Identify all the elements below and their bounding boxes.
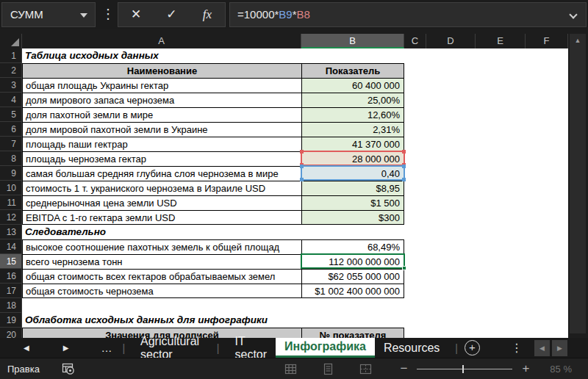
status-bar: Правка − xyxy=(0,358,588,379)
zoom-slider[interactable] xyxy=(417,369,512,369)
tab-scroll-left-icon[interactable]: ◀ xyxy=(534,340,550,356)
zoom-level[interactable]: 85 % xyxy=(550,364,572,375)
cell-A14[interactable]: высокое соотношение пахотных земель к об… xyxy=(22,239,301,254)
cell-B2[interactable]: Показатель xyxy=(301,63,404,78)
cell-A9[interactable]: самая большая средняя глубина слоя черно… xyxy=(22,166,301,181)
cell-B4[interactable]: 25,00% xyxy=(301,93,404,107)
row-header-15[interactable]: 15 xyxy=(0,254,22,269)
sheet-tab-инфографика[interactable]: Инфографика xyxy=(276,338,375,358)
row-header-9[interactable]: 9 xyxy=(0,166,22,181)
cell-B17[interactable]: $1 002 400 000 000 xyxy=(301,284,404,298)
formula-input[interactable]: =10000*B9*B8 xyxy=(229,2,587,27)
cell-B14[interactable]: 68,49% xyxy=(301,239,404,254)
row-header-11[interactable]: 11 xyxy=(0,195,22,210)
scroll-up-icon[interactable]: ▲ xyxy=(570,34,586,47)
vertical-scrollbar[interactable]: ▲ xyxy=(570,34,586,333)
cell-A5[interactable]: доля пахотной земли в мире xyxy=(22,107,301,122)
name-box-dropdown-icon[interactable] xyxy=(80,13,87,18)
cell-B8[interactable]: 28 000 000 xyxy=(301,151,404,166)
insert-function-icon[interactable]: fx xyxy=(190,3,225,26)
cell-B6[interactable]: 2,31% xyxy=(301,122,404,137)
cell-A13[interactable]: Следовательно xyxy=(22,225,106,239)
row-header-2[interactable]: 2 xyxy=(0,63,22,78)
row-header-4[interactable]: 4 xyxy=(0,93,22,107)
row-header-6[interactable]: 6 xyxy=(0,122,22,137)
cell-A4[interactable]: доля мирового запаса чернозема xyxy=(22,93,301,107)
column-header-D[interactable]: D xyxy=(426,34,476,48)
formula-toolbar: СУММ ⋮ ✕ ✓ fx =10000*B9*B8 xyxy=(0,0,588,29)
cell-B20[interactable]: № показателя xyxy=(301,328,404,338)
tab-scroll-right-icon[interactable]: ▶ xyxy=(552,340,567,356)
cell-A6[interactable]: доля мировой пахотной земли в Украине xyxy=(22,122,301,137)
cell-A7[interactable]: площадь паши гектрар xyxy=(22,137,301,151)
row-header-5[interactable]: 5 xyxy=(0,107,22,122)
row-header-10[interactable]: 10 xyxy=(0,181,22,195)
cell-B15[interactable]: 112 000 000 000 xyxy=(301,254,404,269)
row-header-8[interactable]: 8 xyxy=(0,151,22,166)
cell-B11[interactable]: $1 500 xyxy=(301,195,404,210)
tab-separator: | xyxy=(122,342,125,354)
select-all-corner[interactable] xyxy=(0,34,22,48)
row-header-13[interactable]: 13 xyxy=(0,225,22,239)
formula-ref-b9: B9 xyxy=(279,8,292,21)
confirm-entry-icon[interactable]: ✓ xyxy=(154,3,189,26)
zoom-slider-thumb[interactable] xyxy=(462,365,464,373)
formula-ref-b8: B8 xyxy=(297,8,310,21)
column-header-B[interactable]: B xyxy=(301,34,404,48)
cell-B7[interactable]: 41 370 000 xyxy=(301,137,404,151)
page-break-view-icon[interactable] xyxy=(359,363,372,375)
page-layout-view-icon[interactable] xyxy=(322,363,334,375)
row-header-7[interactable]: 7 xyxy=(0,137,22,151)
row-header-18[interactable]: 18 xyxy=(0,298,22,313)
cell-A8[interactable]: площадь чернозема гектар xyxy=(22,151,301,166)
cell-B12[interactable]: $300 xyxy=(301,210,404,225)
macro-record-icon[interactable] xyxy=(62,362,75,375)
normal-view-icon[interactable] xyxy=(284,363,297,375)
row-header-12[interactable]: 12 xyxy=(0,210,22,225)
cell-A3[interactable]: общая площадь Украины гектар xyxy=(22,78,301,93)
sheet-tab-resources[interactable]: Resources xyxy=(375,338,448,358)
cell-A16[interactable]: общая стоимость всех гектаров обрабатыва… xyxy=(22,269,301,284)
row-header-20[interactable]: 20 xyxy=(0,328,22,338)
cell-A17[interactable]: общая стоимость чернозема xyxy=(22,284,301,298)
column-header-F[interactable]: F xyxy=(526,34,568,48)
zoom-out-icon[interactable]: − xyxy=(400,361,407,376)
cell-B5[interactable]: 12,60% xyxy=(301,107,404,122)
cancel-entry-icon[interactable]: ✕ xyxy=(118,3,154,26)
cell-A1[interactable]: Таблица исходных данных xyxy=(22,48,159,63)
first-sheet-icon[interactable]: ◀ xyxy=(24,344,29,352)
cell-A15[interactable]: всего чернозема тонн xyxy=(22,254,301,269)
row-header-1[interactable]: 1 xyxy=(0,48,22,63)
select-all-triangle-icon xyxy=(11,38,19,46)
tab-bar-menu-icon[interactable]: ⋮ xyxy=(511,341,523,355)
expand-formula-bar-icon[interactable] xyxy=(569,10,577,18)
cell-B3[interactable]: 60 400 000 xyxy=(301,78,404,93)
cell-B10[interactable]: $8,95 xyxy=(301,181,404,195)
row-header-14[interactable]: 14 xyxy=(0,239,22,254)
cell-A10[interactable]: стоимость 1 т. украниского чернозема в И… xyxy=(22,181,301,195)
row-header-16[interactable]: 16 xyxy=(0,269,22,284)
cell-B16[interactable]: $62 055 000 000 xyxy=(301,269,404,284)
next-sheet-icon[interactable]: ▶ xyxy=(63,344,69,352)
row-header-3[interactable]: 3 xyxy=(0,78,22,93)
formula-bar-menu-icon[interactable]: ⋮ xyxy=(100,2,116,27)
column-header-C[interactable]: C xyxy=(404,34,426,48)
formula-buttons: ✕ ✓ fx xyxy=(118,2,226,27)
sheet-tab-bar: ◀ ▶ … |Agricultural sector|IT sectorИнфо… xyxy=(0,338,588,358)
add-sheet-icon[interactable]: + xyxy=(465,340,480,355)
cell-A2[interactable]: Наименование xyxy=(22,63,301,78)
sheet-tab-it-sector[interactable]: IT sector xyxy=(226,338,276,358)
sheet-tab-agricultural-sector[interactable]: Agricultural sector xyxy=(132,338,210,358)
zoom-in-icon[interactable]: + xyxy=(522,361,529,376)
column-header-A[interactable]: A xyxy=(22,34,301,48)
column-header-E[interactable]: E xyxy=(476,34,526,48)
cell-B9[interactable]: 0,40 xyxy=(301,166,404,181)
cell-A11[interactable]: среднерыночная цена земли USD xyxy=(22,195,301,210)
more-sheets-icon[interactable]: … xyxy=(101,342,112,354)
name-box[interactable]: СУММ xyxy=(1,2,96,27)
tab-separator: | xyxy=(455,342,458,354)
row-header-19[interactable]: 19 xyxy=(0,313,22,328)
cell-A19[interactable]: Облаботка исходных данных для инфографик… xyxy=(22,313,268,328)
cell-A12[interactable]: EBITDA с 1-го гектара земли USD xyxy=(22,210,301,225)
row-header-17[interactable]: 17 xyxy=(0,284,22,298)
